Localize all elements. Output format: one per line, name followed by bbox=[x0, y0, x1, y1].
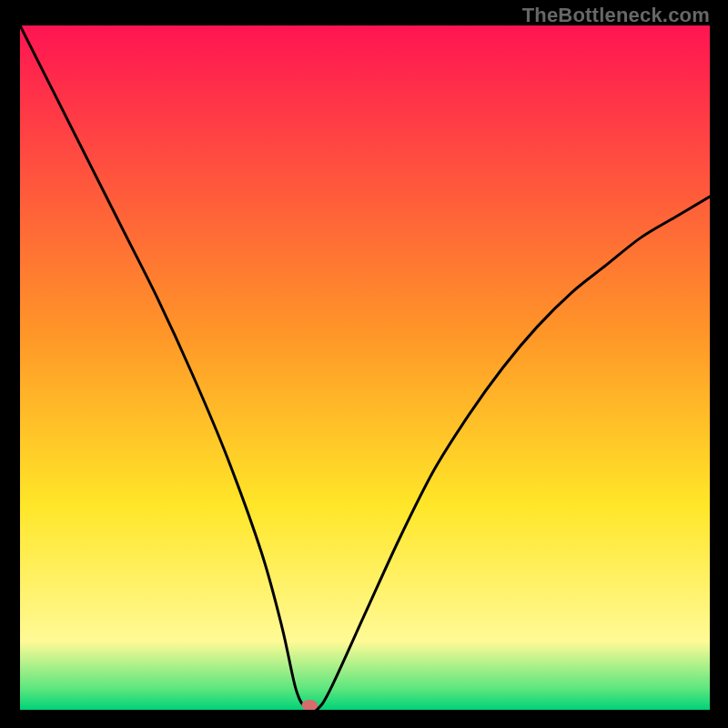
watermark-text: TheBottleneck.com bbox=[522, 4, 710, 27]
gradient-background bbox=[20, 25, 710, 710]
bottleneck-chart bbox=[20, 25, 710, 710]
chart-frame: TheBottleneck.com bbox=[0, 0, 728, 728]
